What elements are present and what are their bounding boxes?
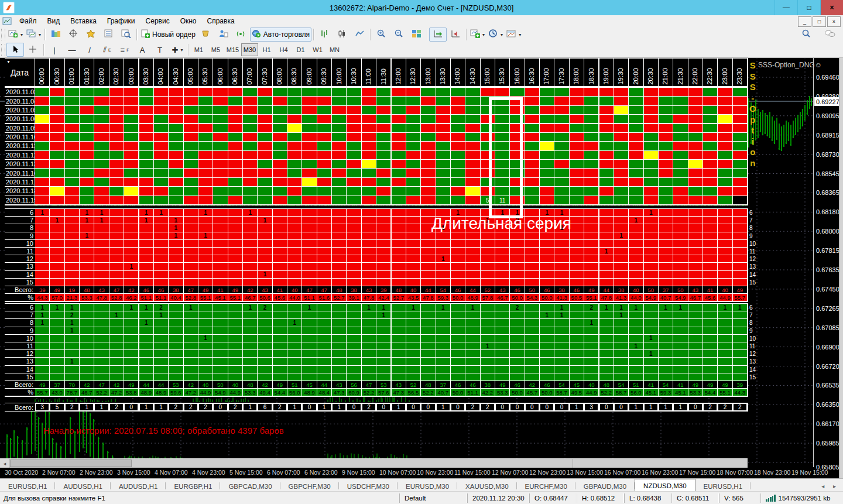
auto-trading-button[interactable]: Авто-торговля <box>250 28 311 42</box>
crosshair-button[interactable] <box>24 43 42 57</box>
profiles-button[interactable] <box>47 28 64 42</box>
heatmap-cell <box>94 115 108 123</box>
text-label-button[interactable]: T <box>151 43 169 57</box>
timeframe-mn[interactable]: MN <box>326 43 343 56</box>
horizontal-line-button[interactable]: — <box>63 43 81 57</box>
menu-item-4[interactable]: Сервис <box>140 16 175 26</box>
zoom-in-button[interactable] <box>372 28 390 42</box>
tab-usdchf-m30[interactable]: USDCHF,M30 <box>339 481 397 492</box>
tab-eurusd-h1[interactable]: EURUSD,H1 <box>695 481 751 492</box>
timeframe-d1[interactable]: D1 <box>292 43 309 56</box>
minimize-button[interactable]: — <box>775 0 797 15</box>
red-section-cell <box>481 255 495 262</box>
tab-eurusd-m30[interactable]: EURUSD,M30 <box>397 481 457 492</box>
close-button[interactable]: × <box>820 0 843 15</box>
new-chart-button[interactable]: ▾ <box>6 28 25 42</box>
drawing-toolbar: |—/⫽E≡FAT✚▾M1M5M15M30H1H4D1W1MN <box>0 42 843 58</box>
heatmap-cell <box>392 196 406 204</box>
tab-audusd-h1[interactable]: AUDUSD,H1 <box>111 481 166 492</box>
green-section-percent-cell: 40.7 <box>436 389 450 396</box>
tab-scroll-arrows[interactable]: ◂ ▸ <box>821 483 839 489</box>
tab-eurgbp-h1[interactable]: EURGBP,H1 <box>166 481 220 492</box>
search-button[interactable] <box>797 28 815 42</box>
scrollbar-thumb[interactable] <box>10 460 132 467</box>
heatmap-cell <box>584 196 598 204</box>
red-section-cell <box>525 240 539 247</box>
signals-button[interactable] <box>232 28 250 42</box>
heatmap-cell <box>406 124 420 132</box>
new-order-button[interactable]: Новый ордер <box>139 28 197 42</box>
menu-item-2[interactable]: Вставка <box>65 16 102 26</box>
menu-item-5[interactable]: Окно <box>175 16 202 26</box>
shapes-button[interactable]: ✚▾ <box>169 43 186 57</box>
tile-windows-button[interactable] <box>407 28 425 42</box>
green-section-cell <box>243 327 257 334</box>
data-window-button[interactable] <box>117 28 135 42</box>
restore-button[interactable]: □ <box>797 0 820 15</box>
red-section-cell: 1 <box>139 209 153 216</box>
red-section-cell <box>273 279 287 286</box>
child-restore-button[interactable]: □ <box>813 16 826 27</box>
line-mode-button[interactable] <box>351 28 368 42</box>
equidistant-channel-button[interactable]: ⫽E <box>98 43 116 57</box>
bar-chart-mode-button[interactable] <box>316 28 333 42</box>
menu-item-1[interactable]: Вид <box>42 16 66 26</box>
timeframe-h1[interactable]: H1 <box>258 43 275 56</box>
text-button[interactable]: A <box>133 43 151 57</box>
child-close-button[interactable]: × <box>827 16 841 27</box>
chart-window-button[interactable]: ▾ <box>25 28 43 42</box>
green-section-cell <box>332 366 346 373</box>
zoom-out-button[interactable] <box>390 28 407 42</box>
timeframe-m30[interactable]: M30 <box>241 43 258 56</box>
child-minimize-button[interactable]: _ <box>798 16 811 27</box>
red-section-cell <box>184 224 198 231</box>
timeframe-w1[interactable]: W1 <box>309 43 326 56</box>
auto-scroll-button[interactable] <box>429 28 447 42</box>
date-column-header[interactable]: Дата▼ <box>5 59 35 86</box>
favorites-button[interactable] <box>82 28 100 42</box>
red-section-total-cell: 41 <box>273 286 287 293</box>
scroll-left-arrow[interactable]: ◂ <box>0 459 10 468</box>
tab-gbpcad-m30[interactable]: GBPCAD,M30 <box>220 481 280 492</box>
tab-audusd-h1[interactable]: AUDUSD,H1 <box>55 481 110 492</box>
red-section-cell <box>124 224 138 231</box>
tab-eurchf-m30[interactable]: EURCHF,M30 <box>517 481 575 492</box>
indicators-button[interactable]: ▾ <box>468 28 486 42</box>
status-profile[interactable]: Default <box>399 493 467 503</box>
tab-eurusd-h1[interactable]: EURUSD,H1 <box>0 481 55 492</box>
menu-item-3[interactable]: Графики <box>102 16 140 26</box>
market-watch-button[interactable] <box>100 28 117 42</box>
trend-line-button[interactable]: / <box>81 43 98 57</box>
green-section-total-cell: 44 <box>317 381 331 388</box>
candle-mode-button[interactable] <box>333 28 351 42</box>
terminal-button[interactable] <box>197 28 215 42</box>
green-section-cell: 1 <box>35 319 49 326</box>
timeframe-m1[interactable]: M1 <box>190 43 207 56</box>
red-section-cell <box>703 263 717 270</box>
green-section-cell <box>570 304 584 311</box>
green-section-cell <box>570 311 584 318</box>
green-section-cell <box>50 335 64 342</box>
strategy-tester-button[interactable] <box>215 28 232 42</box>
horizontal-scrollbar[interactable]: ◂ <box>0 458 748 468</box>
timeframe-m15[interactable]: M15 <box>224 43 241 56</box>
menu-item-6[interactable]: Справка <box>202 16 240 26</box>
heatmap-cell <box>436 133 450 141</box>
timeframe-m5[interactable]: M5 <box>207 43 224 56</box>
tab-xauusd-m30[interactable]: XAUUSD,M30 <box>457 481 517 492</box>
green-section-total-cell: 49 <box>688 381 702 388</box>
chat-button[interactable] <box>821 28 838 42</box>
menu-item-0[interactable]: Файл <box>14 16 42 26</box>
cursor-button[interactable] <box>6 43 24 57</box>
fibonacci-button[interactable]: ≡F <box>116 43 133 57</box>
tab-gbpchf-m30[interactable]: GBPCHF,M30 <box>280 481 339 492</box>
chart-shift-button[interactable] <box>447 28 464 42</box>
long-series-annotation: Длительная серия <box>431 214 571 233</box>
timeframe-h4[interactable]: H4 <box>275 43 292 56</box>
tab-gbpaud-m30[interactable]: GBPAUD,M30 <box>575 481 635 492</box>
tab-nzdusd-m30[interactable]: NZDUSD,M30 <box>635 479 695 492</box>
templates-button[interactable]: ▾ <box>505 28 523 42</box>
vertical-line-button[interactable]: | <box>46 43 63 57</box>
periods-button[interactable]: ▾ <box>486 28 505 42</box>
crosshair-mode-button[interactable] <box>64 28 82 42</box>
